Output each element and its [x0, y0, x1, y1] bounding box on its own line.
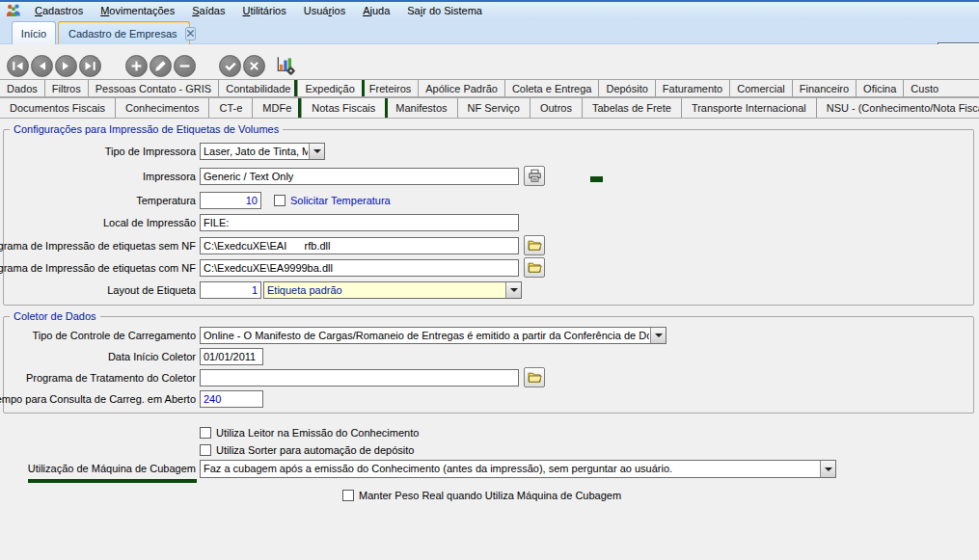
tab-filtros[interactable]: Filtros	[44, 80, 88, 96]
print-location-label: Local de Impressão	[103, 217, 196, 228]
browse-program-without-nf-button[interactable]	[524, 235, 545, 255]
tab-tabelas-de-frete[interactable]: Tabelas de Frete	[582, 98, 681, 118]
page-tabs-row2: Documentos Fiscais Conhecimentos CT-e MD…	[0, 97, 979, 119]
tab-mdfe[interactable]: MDFe	[252, 98, 301, 118]
cubage-machine-label: Utilização de Máquina de Cubagem	[28, 463, 196, 474]
printer-field[interactable]: Generic / Text Only	[200, 168, 519, 185]
minus-icon	[178, 60, 191, 72]
select-printer-button[interactable]	[524, 166, 545, 186]
printer-type-select[interactable]: Laser, Jato de Tinta, Matr	[200, 143, 325, 160]
printer-label: Impressora	[143, 171, 196, 182]
page-tabs-row1: Dados Filtros Pessoas Contato - GRIS Con…	[0, 79, 979, 97]
last-record-button[interactable]	[79, 55, 101, 77]
start-date-field[interactable]: 01/01/2011	[200, 348, 263, 365]
x-icon	[248, 60, 260, 72]
pencil-icon	[154, 60, 167, 72]
insert-record-button[interactable]	[125, 55, 148, 77]
tab-nf-servico[interactable]: NF Serviço	[457, 98, 530, 118]
open-folder-icon	[528, 239, 542, 252]
confirm-button[interactable]	[219, 55, 241, 77]
menu-sair-do-sistema[interactable]: Sair do Sistema	[398, 4, 491, 17]
label-layout-row: Layout de Etiqueta 1 Etiqueta padrão	[0, 281, 979, 300]
document-tab-bar: Início Cadastro de Empresas ★	[0, 18, 979, 44]
menu-utilitarios[interactable]: Utilitários	[233, 4, 294, 17]
label-layout-number-field[interactable]: 1	[200, 281, 261, 299]
browse-program-with-nf-button[interactable]	[524, 257, 545, 278]
tab-freteiros[interactable]: Freteiros	[362, 80, 418, 96]
tab-inicio[interactable]: Início	[12, 21, 56, 44]
tab-comercial[interactable]: Comercial	[729, 80, 792, 96]
tab-notas-fiscais[interactable]: Notas Fiscais	[301, 98, 385, 118]
menu-usuarios[interactable]: Usuários	[295, 4, 354, 17]
start-date-row: Data Início Coletor 01/01/2011	[0, 348, 979, 366]
use-sorter-row: Utiliza Sorter para automação de depósit…	[0, 441, 979, 460]
combo-arrow-icon	[505, 282, 521, 298]
keep-real-weight-row: Manter Peso Real quando Utiliza Máquina …	[0, 487, 979, 505]
next-record-button[interactable]	[55, 55, 77, 77]
combo-arrow-icon	[309, 144, 324, 159]
tab-apolice-padrao[interactable]: Apólice Padrão	[418, 80, 504, 96]
tab-custo[interactable]: Custo	[903, 80, 945, 96]
volumes-group-title: Configurações para Impressão de Etiqueta…	[10, 123, 283, 135]
tab-financeiro[interactable]: Financeiro	[792, 80, 856, 96]
menu-cadastros[interactable]: Cadastros	[26, 4, 92, 17]
first-record-button[interactable]	[7, 55, 29, 77]
cubage-machine-select[interactable]: Faz a cubagem após a emissão do Conhecim…	[200, 460, 836, 478]
tab-transporte-internacional[interactable]: Transporte Internacional	[681, 98, 816, 118]
solicitar-temperatura-checkbox[interactable]	[274, 195, 286, 206]
program-with-nf-row: Programa de Impressão de etiquetas com N…	[0, 259, 979, 278]
label-layout-select[interactable]: Etiqueta padrão	[263, 281, 522, 299]
menu-movimentacoes[interactable]: Movimentações	[92, 4, 183, 17]
last-record-icon	[84, 60, 96, 72]
utiliza-leitor-checkbox[interactable]	[200, 427, 211, 439]
menu-ajuda[interactable]: Ajuda	[354, 4, 398, 17]
printer-type-row: Tipo de Impressora Laser, Jato de Tinta,…	[0, 143, 979, 161]
close-icon	[186, 29, 195, 38]
open-loading-query-time-label: Tempo para Consulta de Carreg. em Aberto	[0, 393, 196, 405]
tab-cadastro-de-empresas[interactable]: Cadastro de Empresas	[58, 21, 190, 44]
cubage-machine-row: Utilização de Máquina de Cubagem Faz a c…	[0, 460, 979, 478]
tab-manifestos[interactable]: Manifestos	[385, 98, 456, 118]
loading-control-row: Tipo de Controle de Carregamento Online …	[0, 327, 979, 345]
next-record-icon	[60, 60, 72, 72]
combo-arrow-icon	[650, 328, 666, 343]
open-loading-query-time-field[interactable]: 240	[200, 390, 263, 408]
print-location-row: Local de Impressão FILE:	[0, 214, 979, 232]
tab-faturamento[interactable]: Faturamento	[655, 80, 729, 96]
loading-control-select[interactable]: Online - O Manifesto de Cargas/Romaneio …	[200, 327, 666, 344]
tab-nsu-conhecimento-nota-fiscal[interactable]: NSU - (Conhecimento/Nota Fiscal)	[816, 98, 979, 118]
prior-record-button[interactable]	[31, 55, 53, 77]
utiliza-sorter-label: Utiliza Sorter para automação de depósit…	[216, 444, 414, 456]
cancel-button[interactable]	[243, 55, 265, 77]
temperature-field[interactable]: 10	[200, 192, 261, 209]
manter-peso-real-label: Manter Peso Real quando Utiliza Máquina …	[359, 490, 621, 501]
delete-record-button[interactable]	[174, 55, 196, 77]
tab-oficina[interactable]: Oficina	[856, 80, 903, 96]
manter-peso-real-checkbox[interactable]	[342, 490, 354, 501]
tab-ct-e[interactable]: CT-e	[208, 98, 252, 118]
utiliza-sorter-checkbox[interactable]	[200, 444, 211, 456]
annotation-underline	[28, 479, 197, 483]
print-location-field[interactable]: FILE:	[200, 214, 519, 231]
menu-saidas[interactable]: Saídas	[183, 4, 233, 17]
menu-bar: Cadastros Movimentações Saídas Utilitári…	[0, 0, 979, 18]
tab-dados[interactable]: Dados	[0, 80, 44, 96]
chart-config-button[interactable]	[272, 53, 298, 78]
tab-coleta-e-entrega[interactable]: Coleta e Entrega	[504, 80, 599, 96]
tab-documentos-fiscais[interactable]: Documentos Fiscais	[0, 98, 115, 118]
collector-group-title: Coletor de Dados	[10, 310, 100, 322]
tab-pessoas-contato-gris[interactable]: Pessoas Contato - GRIS	[88, 80, 218, 96]
edit-record-button[interactable]	[150, 55, 172, 77]
tab-outros[interactable]: Outros	[530, 98, 582, 118]
browse-treatment-program-button[interactable]	[524, 367, 545, 387]
treatment-program-field[interactable]	[200, 369, 519, 387]
open-loading-query-time-row: Tempo para Consulta de Carreg. em Aberto…	[0, 390, 979, 409]
tab-contabilidade[interactable]: Contabilidade	[218, 80, 297, 96]
program-with-nf-field[interactable]: C:\ExedcuXE\EA9999ba.dll	[200, 259, 519, 277]
close-tab-button[interactable]	[185, 27, 196, 40]
tab-conhecimentos[interactable]: Conhecimentos	[115, 98, 208, 118]
printer-type-label: Tipo de Impressora	[105, 146, 196, 157]
tab-deposito[interactable]: Depósito	[598, 80, 654, 96]
tab-expedicao[interactable]: Expedição	[297, 80, 361, 96]
program-without-nf-field[interactable]: C:\ExedcuXE\EAI rfb.dll	[200, 237, 519, 254]
